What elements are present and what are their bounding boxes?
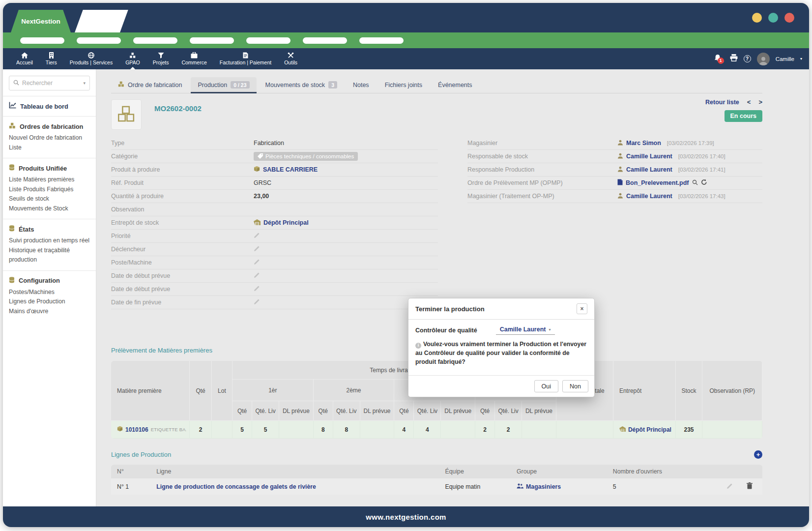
search-input[interactable] xyxy=(22,80,80,87)
edit-pencil-icon[interactable] xyxy=(254,232,260,240)
confirm-yes-button[interactable]: Oui xyxy=(534,380,558,392)
cell-g2-dl xyxy=(360,421,395,439)
user-link[interactable]: Camille Laurent xyxy=(626,153,672,160)
sidebar-item-seuils[interactable]: Seuils de stock xyxy=(9,194,90,204)
user-menu[interactable]: Camille xyxy=(776,56,794,62)
field-ref-produit: Réf. Produit GRSC xyxy=(111,177,438,190)
order-icon-card xyxy=(111,99,142,130)
tab-mouvements-de-stock[interactable]: Mouvements de stock 3 xyxy=(259,77,344,93)
add-production-line-button[interactable]: + xyxy=(754,450,762,459)
cell-g4-qte: 2 xyxy=(475,421,495,439)
chevron-down-icon[interactable]: ▾ xyxy=(800,57,802,61)
sidebar-item-nouvel-of[interactable]: Nouvel Ordre de fabrication xyxy=(9,133,90,143)
menu-pill[interactable] xyxy=(190,37,234,44)
col-sub-dl-prevue: DL prévue xyxy=(279,401,314,421)
warehouse-link[interactable]: Dépôt Principal xyxy=(263,219,309,226)
nav-item-tiers[interactable]: Tiers xyxy=(39,48,63,69)
notifications-button[interactable]: 1 ▾ xyxy=(714,54,724,64)
chevron-down-icon[interactable]: ▾ xyxy=(83,81,86,86)
col-group-2eme: 2ème xyxy=(314,380,395,401)
production-line-link[interactable]: Ligne de production de concassage de gal… xyxy=(156,483,316,490)
sidebar-item-mouvements[interactable]: Mouvements de Stock xyxy=(9,204,90,214)
sidebar-item-historique[interactable]: Historique et traçabilité production xyxy=(9,246,90,265)
cell-g1-qte: 5 xyxy=(232,421,252,439)
nav-item-commerce[interactable]: Commerce xyxy=(175,48,213,69)
sidebar-item-postes[interactable]: Postes/Machines xyxy=(9,288,90,297)
cell-g3-liv: 4 xyxy=(414,421,441,439)
nav-item-produits-services[interactable]: Produits | Services xyxy=(63,48,119,69)
person-icon xyxy=(617,153,623,160)
edit-pencil-icon[interactable] xyxy=(254,298,260,306)
menu-pill[interactable] xyxy=(20,37,64,44)
sidebar-item-lignes-prod[interactable]: Lignes de Production xyxy=(9,297,90,307)
production-line-row[interactable]: N° 1 Ligne de production de concassage d… xyxy=(111,478,762,495)
trash-icon[interactable] xyxy=(747,482,753,491)
quality-controller-select[interactable]: Camille Laurent ▾ xyxy=(496,326,555,335)
close-icon[interactable]: × xyxy=(577,303,587,314)
tab-ordre-de-fabrication[interactable]: Ordre de fabrication xyxy=(111,77,189,93)
col-sub-qte: Qté xyxy=(314,401,333,421)
nav-item-facturation[interactable]: Facturation | Paiement xyxy=(213,48,278,69)
material-row[interactable]: 1010106ETIQUETTE BA... 2 5 5 8 8 4 4 2 2 xyxy=(111,421,762,439)
edit-pencil-icon[interactable] xyxy=(254,259,260,266)
nav-item-gpao[interactable]: GPAO xyxy=(119,48,146,69)
edit-pencil-icon[interactable] xyxy=(254,272,260,280)
edit-pencil-icon[interactable] xyxy=(254,245,260,253)
sidebar-item-liste[interactable]: Liste xyxy=(9,143,90,153)
user-link[interactable]: Marc Simon xyxy=(626,140,661,147)
refresh-icon[interactable] xyxy=(701,179,707,187)
menu-pill[interactable] xyxy=(359,37,404,44)
nav-item-outils[interactable]: Outils xyxy=(278,48,304,69)
user-link[interactable]: Camille Laurent xyxy=(626,193,672,200)
sidebar-item-dashboard[interactable]: Tableau de bord xyxy=(9,102,90,111)
divider xyxy=(3,270,96,271)
database-icon xyxy=(9,164,15,173)
brand-tab[interactable]: NextGestion xyxy=(11,10,71,32)
chevron-left-icon[interactable]: < xyxy=(747,98,751,106)
menu-pill[interactable] xyxy=(77,37,121,44)
col-ouvriers: Nombre d'ouvriers xyxy=(607,465,701,478)
tab-notes[interactable]: Notes xyxy=(346,78,376,93)
cell-g3-dl xyxy=(441,421,475,439)
search-icon xyxy=(13,79,19,88)
sidebar-item-liste-pf[interactable]: Liste Produits Fabriqués xyxy=(9,185,90,195)
sidebar-item-liste-mp[interactable]: Liste Matières premières xyxy=(9,175,90,185)
material-code[interactable]: 1010106 xyxy=(125,426,148,433)
col-num: N° xyxy=(111,465,150,478)
sidebar-item-suivi-prod[interactable]: Suivi production en temps réel xyxy=(9,236,90,246)
confirm-no-button[interactable]: Non xyxy=(562,380,588,392)
menu-pill[interactable] xyxy=(246,37,290,44)
menu-pill[interactable] xyxy=(133,37,177,44)
field-declencheur: Déclencheur xyxy=(111,243,438,256)
user-link[interactable]: Camille Laurent xyxy=(626,166,672,173)
funnel-icon xyxy=(158,52,164,59)
modal-message: iVoulez-vous vraiment terminer la Produc… xyxy=(415,340,587,366)
tab-evenements[interactable]: Événements xyxy=(431,78,479,93)
content-area: ▾ Tableau de bord Ordres de fabrication … xyxy=(3,69,809,506)
pdf-link[interactable]: Bon_Prelevement.pdf xyxy=(626,179,689,186)
tab-fichiers-joints[interactable]: Fichiers joints xyxy=(378,78,429,93)
menu-pill[interactable] xyxy=(303,37,347,44)
group-link[interactable]: Magasiniers xyxy=(526,483,561,490)
edit-pencil-icon[interactable] xyxy=(726,483,733,491)
sidebar-section-configuration: Configuration Postes/Machines Lignes de … xyxy=(9,276,90,317)
product-link[interactable]: SABLE CARRIERE xyxy=(263,166,318,173)
cell-g4-liv: 2 xyxy=(495,421,522,439)
nav-item-accueil[interactable]: Accueil xyxy=(10,48,39,69)
help-button[interactable]: ? xyxy=(744,55,751,62)
warehouse-icon xyxy=(619,426,626,433)
pdf-file-icon xyxy=(617,179,623,187)
magnifier-icon[interactable] xyxy=(692,179,698,187)
field-produit-a-produire: Produit à produire SABLE CARRIERE xyxy=(111,163,438,177)
avatar[interactable] xyxy=(757,53,770,65)
print-button[interactable] xyxy=(730,54,738,63)
tab-production[interactable]: Production 0 / 23 xyxy=(191,77,256,93)
edit-pencil-icon[interactable] xyxy=(254,285,260,293)
back-to-list-link[interactable]: Retour liste xyxy=(705,99,739,106)
warehouse-link[interactable]: Dépôt Principal xyxy=(628,426,671,433)
timestamp: [03/02/2026 17:43] xyxy=(678,193,725,199)
nav-item-projets[interactable]: Projets xyxy=(146,48,175,69)
chevron-right-icon[interactable]: > xyxy=(758,98,762,106)
sidebar-item-mains-oeuvre[interactable]: Mains d'œuvre xyxy=(9,307,90,317)
col-ligne: Ligne xyxy=(150,465,439,478)
